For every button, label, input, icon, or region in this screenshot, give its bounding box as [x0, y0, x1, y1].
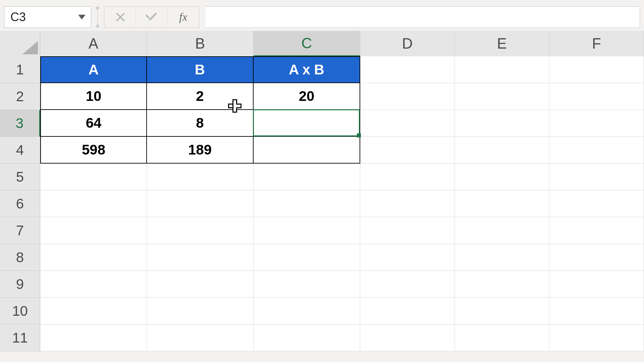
- column-header-D[interactable]: D: [360, 31, 455, 56]
- grid-row: 5: [0, 164, 644, 190]
- cell-D5[interactable]: [360, 164, 455, 190]
- cell-E5[interactable]: [455, 164, 549, 190]
- row-header-6[interactable]: 6: [0, 190, 40, 217]
- cell-B1[interactable]: B: [147, 56, 254, 83]
- cell-B8[interactable]: [147, 244, 254, 271]
- cell-F2[interactable]: [549, 83, 644, 110]
- cell-C11[interactable]: [254, 324, 360, 351]
- cell-B4[interactable]: 189: [147, 137, 254, 164]
- cell-F3[interactable]: [549, 110, 644, 137]
- cancel-button[interactable]: [104, 7, 136, 27]
- column-header-C[interactable]: C: [254, 31, 360, 56]
- cell-B3[interactable]: 8: [147, 110, 254, 137]
- grid-row: 3 64 8: [0, 110, 644, 137]
- cell-F9[interactable]: [549, 271, 644, 298]
- cell-E9[interactable]: [455, 271, 549, 298]
- row-header-1[interactable]: 1: [0, 56, 40, 83]
- chevron-down-icon[interactable]: [78, 15, 86, 19]
- row-header-9[interactable]: 9: [0, 271, 40, 298]
- cell-B7[interactable]: [147, 217, 254, 244]
- cell-B10[interactable]: [147, 298, 254, 324]
- row-header-5[interactable]: 5: [0, 164, 40, 190]
- cell-A3[interactable]: 64: [40, 110, 147, 137]
- cell-A4[interactable]: 598: [40, 137, 147, 164]
- column-header-E[interactable]: E: [455, 31, 549, 56]
- cell-D9[interactable]: [360, 271, 455, 298]
- cell-A11[interactable]: [40, 324, 147, 351]
- cell-F10[interactable]: [549, 298, 644, 324]
- cell-A10[interactable]: [40, 298, 147, 324]
- cell-E3[interactable]: [455, 110, 549, 137]
- row-header-7[interactable]: 7: [0, 217, 40, 244]
- cell-E1[interactable]: [455, 56, 549, 83]
- cell-D7[interactable]: [360, 217, 455, 244]
- cell-F1[interactable]: [549, 56, 644, 83]
- cell-E2[interactable]: [455, 83, 549, 110]
- cell-D8[interactable]: [360, 244, 455, 271]
- row-header-4[interactable]: 4: [0, 137, 40, 164]
- worksheet[interactable]: A B C D E F 1 A B A x B 2 10 2 20: [0, 31, 644, 351]
- enter-button[interactable]: [136, 7, 167, 27]
- cell-B2[interactable]: 2: [147, 83, 254, 110]
- cell-C9[interactable]: [254, 271, 360, 298]
- column-header-A[interactable]: A: [40, 31, 147, 56]
- cell-C7[interactable]: [254, 217, 360, 244]
- cell-A9[interactable]: [40, 271, 147, 298]
- cell-F5[interactable]: [549, 164, 644, 190]
- formula-input[interactable]: [205, 6, 640, 28]
- cell-C10[interactable]: [254, 298, 360, 324]
- column-header-F[interactable]: F: [549, 31, 644, 56]
- cell-A1[interactable]: A: [40, 56, 147, 83]
- cell-D1[interactable]: [360, 56, 455, 83]
- row-header-8[interactable]: 8: [0, 244, 40, 271]
- row-header-11[interactable]: 11: [0, 324, 40, 351]
- cell-F7[interactable]: [549, 217, 644, 244]
- cell-F11[interactable]: [549, 324, 644, 351]
- row-header-2[interactable]: 2: [0, 83, 40, 110]
- column-header-B[interactable]: B: [147, 31, 254, 56]
- cell-B6[interactable]: [147, 190, 254, 217]
- cell-C6[interactable]: [254, 190, 360, 217]
- name-box-value: C3: [10, 10, 78, 24]
- cell-E11[interactable]: [455, 324, 549, 351]
- cell-A7[interactable]: [40, 217, 147, 244]
- cell-A8[interactable]: [40, 244, 147, 271]
- cell-C5[interactable]: [254, 164, 360, 190]
- cell-E8[interactable]: [455, 244, 549, 271]
- cell-E7[interactable]: [455, 217, 549, 244]
- row-header-10[interactable]: 10: [0, 298, 40, 324]
- cell-D3[interactable]: [360, 110, 455, 137]
- select-all-corner[interactable]: [0, 31, 40, 56]
- cell-E6[interactable]: [455, 190, 549, 217]
- fx-icon: fx: [179, 11, 187, 23]
- check-icon: [145, 12, 158, 22]
- cell-D6[interactable]: [360, 190, 455, 217]
- cell-B5[interactable]: [147, 164, 254, 190]
- cell-C8[interactable]: [254, 244, 360, 271]
- cell-C2[interactable]: 20: [254, 83, 360, 110]
- cell-D10[interactable]: [360, 298, 455, 324]
- cell-E4[interactable]: [455, 137, 549, 164]
- cell-A6[interactable]: [40, 190, 147, 217]
- cell-C4[interactable]: [254, 137, 360, 164]
- cell-F8[interactable]: [549, 244, 644, 271]
- row-header-3[interactable]: 3: [0, 110, 40, 137]
- name-box[interactable]: C3: [4, 6, 91, 28]
- cell-C1[interactable]: A x B: [254, 56, 360, 83]
- cell-A5[interactable]: [40, 164, 147, 190]
- cell-B9[interactable]: [147, 271, 254, 298]
- column-headers: A B C D E F: [0, 31, 644, 56]
- cell-C3[interactable]: [254, 110, 360, 137]
- cell-D4[interactable]: [360, 137, 455, 164]
- grid-row: 11: [0, 324, 644, 351]
- cell-F6[interactable]: [549, 190, 644, 217]
- close-icon: [115, 12, 125, 22]
- cell-D2[interactable]: [360, 83, 455, 110]
- cell-E10[interactable]: [455, 298, 549, 324]
- cell-B11[interactable]: [147, 324, 254, 351]
- separator: [97, 7, 98, 27]
- cell-F4[interactable]: [549, 137, 644, 164]
- cell-D11[interactable]: [360, 324, 455, 351]
- insert-function-button[interactable]: fx: [167, 7, 199, 27]
- cell-A2[interactable]: 10: [40, 83, 147, 110]
